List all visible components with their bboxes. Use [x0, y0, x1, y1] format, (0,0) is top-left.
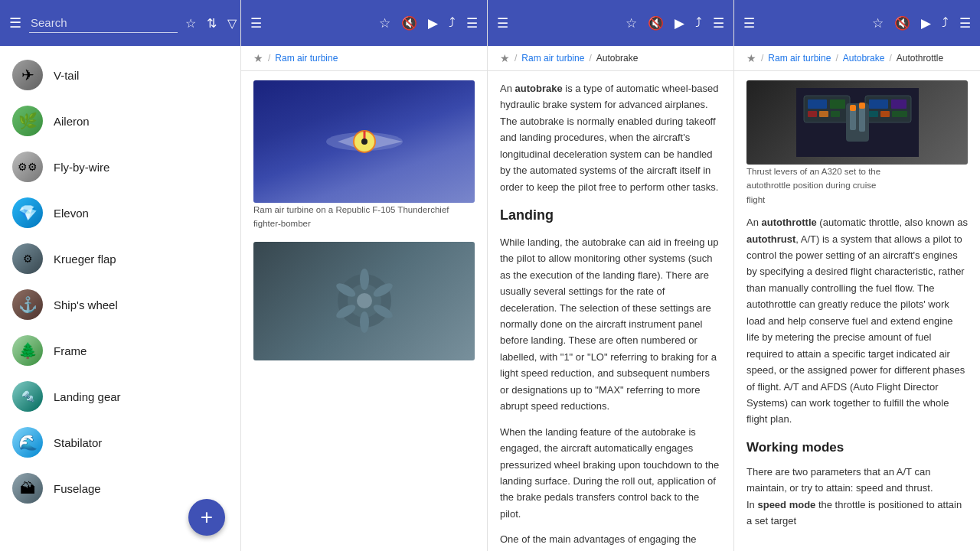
- svg-point-7: [357, 293, 372, 308]
- avatar: 🔩: [12, 381, 43, 412]
- sidebar-item-elevon[interactable]: 💎 Elevon: [0, 190, 240, 236]
- menu-icon[interactable]: ☰: [497, 15, 508, 31]
- panel3-section-title: Working modes: [746, 437, 968, 458]
- panel-1-header: ☰ ☆ 🔇 ▶ ⤴ ☰: [241, 0, 487, 46]
- breadcrumb-current: Autobrake: [596, 53, 639, 64]
- panel3-speed-mode: In speed mode the throttle is positioned…: [746, 497, 968, 530]
- svg-rect-16: [808, 99, 827, 109]
- breadcrumb-sep3: /: [889, 53, 891, 64]
- mute-icon[interactable]: 🔇: [401, 15, 417, 31]
- section-landing-p2: When the landing feature of the autobrak…: [500, 424, 721, 523]
- sidebar-item-label: Fly-by-wire: [54, 161, 109, 174]
- sidebar-item-stabilator[interactable]: 🌊 Stabilator: [0, 419, 240, 465]
- play-icon[interactable]: ▶: [428, 15, 438, 31]
- mute-icon[interactable]: 🔇: [894, 15, 910, 31]
- avatar: 💎: [12, 197, 43, 228]
- sidebar-item-landing-gear[interactable]: 🔩 Landing gear: [0, 373, 240, 419]
- menu-icon[interactable]: ☰: [743, 15, 755, 31]
- sidebar-item-label: Elevon: [54, 207, 89, 220]
- svg-rect-17: [830, 99, 845, 109]
- star-icon[interactable]: ☆: [872, 15, 884, 31]
- breadcrumb-sep: /: [761, 53, 763, 64]
- avatar: 🌊: [12, 427, 43, 458]
- share-icon[interactable]: ⤴: [942, 15, 949, 31]
- share-icon[interactable]: ⤴: [449, 15, 456, 31]
- avatar: ⚓: [12, 289, 43, 320]
- svg-rect-23: [891, 99, 906, 109]
- filter-icon[interactable]: ▽: [227, 16, 237, 31]
- panel-1: ☰ ☆ 🔇 ▶ ⤴ ☰ ★ / Ram air turbine: [241, 0, 488, 551]
- breadcrumb-star[interactable]: ★: [500, 52, 510, 64]
- app-container: ☰ ☆ ⇅ ▽ ✈ V-tail 🌿 Aileron ⚙⚙ Fly-by-wir…: [0, 0, 980, 551]
- sidebar-list: ✈ V-tail 🌿 Aileron ⚙⚙ Fly-by-wire 💎 Elev…: [0, 46, 240, 551]
- sidebar-item-fly-by-wire[interactable]: ⚙⚙ Fly-by-wire: [0, 144, 240, 190]
- avatar: 🌿: [12, 106, 43, 136]
- svg-rect-22: [869, 99, 888, 109]
- sort-icon[interactable]: ⇅: [207, 16, 217, 31]
- sidebar-item-label: Fuselage: [54, 482, 101, 495]
- panel-1-image1-caption: Ram air turbine on a Republic F-105 Thun…: [253, 203, 475, 231]
- svg-rect-30: [850, 105, 856, 111]
- list-icon[interactable]: ☰: [466, 15, 478, 31]
- sidebar-item-v-tail[interactable]: ✈ V-tail: [0, 52, 240, 98]
- panel-2: ☰ ☆ 🔇 ▶ ⤴ ☰ ★ / Ram air turbine / Autobr…: [488, 0, 734, 551]
- mute-icon[interactable]: 🔇: [648, 15, 664, 31]
- section-landing-title: Landing: [500, 204, 721, 227]
- panel-2-header-left: ☰: [497, 15, 508, 31]
- breadcrumb-root[interactable]: Ram air turbine: [768, 53, 831, 64]
- menu-icon[interactable]: ☰: [250, 15, 262, 31]
- svg-rect-31: [859, 103, 865, 109]
- avatar: 🏔: [12, 473, 43, 504]
- list-icon[interactable]: ☰: [713, 15, 724, 31]
- panel-2-header: ☰ ☆ 🔇 ▶ ⤴ ☰: [488, 0, 733, 46]
- breadcrumb-sep2: /: [835, 53, 838, 64]
- star-icon[interactable]: ☆: [379, 15, 390, 31]
- cockpit-caption: Thrust levers of an A320 set to the auto…: [746, 165, 968, 207]
- sidebar-item-frame[interactable]: 🌲 Frame: [0, 328, 240, 373]
- avatar: 🌲: [12, 335, 43, 366]
- svg-rect-26: [892, 111, 907, 117]
- panel-2-breadcrumb: ★ / Ram air turbine / Autobrake: [488, 46, 733, 71]
- sidebar-header-icons: ☆ ⇅ ▽: [185, 16, 237, 31]
- sidebar-item-label: Ship's wheel: [54, 298, 118, 311]
- breadcrumb-sep: /: [514, 53, 517, 64]
- breadcrumb-sep2: /: [589, 53, 591, 64]
- sidebar: ☰ ☆ ⇅ ▽ ✈ V-tail 🌿 Aileron ⚙⚙ Fly-by-wir…: [0, 0, 241, 551]
- panel-3-header-left: ☰: [743, 15, 755, 31]
- sidebar-item-krueger-flap[interactable]: ⚙ Krueger flap: [0, 236, 240, 282]
- breadcrumb-star[interactable]: ★: [253, 52, 263, 64]
- breadcrumb-star[interactable]: ★: [746, 52, 756, 64]
- article-intro: An autobrake is a type of automatic whee…: [500, 80, 721, 195]
- avatar: ⚙: [12, 243, 43, 274]
- search-input[interactable]: [29, 13, 178, 33]
- svg-point-11: [360, 311, 369, 333]
- panels-container: ☰ ☆ 🔇 ▶ ⤴ ☰ ★ / Ram air turbine: [241, 0, 980, 551]
- breadcrumb-child[interactable]: Autobrake: [843, 53, 885, 64]
- share-icon[interactable]: ⤴: [695, 15, 702, 31]
- star-icon[interactable]: ☆: [626, 15, 637, 31]
- sidebar-item-aileron[interactable]: 🌿 Aileron: [0, 98, 240, 144]
- breadcrumb-current: Autothrottle: [897, 53, 943, 64]
- play-icon[interactable]: ▶: [921, 15, 931, 31]
- panel-3-header-right: ☆ 🔇 ▶ ⤴ ☰: [872, 15, 971, 31]
- sidebar-item-label: Aileron: [54, 115, 90, 128]
- panel-3: ☰ ☆ 🔇 ▶ ⤴ ☰ ★ / Ram air turbine / Autobr…: [734, 0, 980, 551]
- star-icon[interactable]: ☆: [185, 16, 196, 31]
- list-icon[interactable]: ☰: [959, 15, 971, 31]
- avatar: ⚙⚙: [12, 152, 43, 182]
- sidebar-item-label: Landing gear: [54, 390, 121, 403]
- sidebar-header: ☰ ☆ ⇅ ▽: [0, 0, 240, 46]
- panel-1-header-right: ☆ 🔇 ▶ ⤴ ☰: [379, 15, 478, 31]
- breadcrumb-root[interactable]: Ram air turbine: [275, 53, 338, 64]
- sidebar-item-ships-wheel[interactable]: ⚓ Ship's wheel: [0, 282, 240, 328]
- panel3-section-body: There are two parameters that an A/T can…: [746, 464, 968, 497]
- sidebar-menu-icon[interactable]: ☰: [9, 15, 21, 31]
- panel3-body-intro: An autothrottle (automatic throttle, als…: [746, 214, 968, 428]
- svg-point-8: [360, 269, 369, 290]
- play-icon[interactable]: ▶: [675, 15, 684, 31]
- fab-add-button[interactable]: +: [188, 499, 225, 536]
- svg-rect-18: [808, 111, 817, 117]
- breadcrumb-root[interactable]: Ram air turbine: [521, 53, 584, 64]
- svg-rect-29: [859, 105, 865, 132]
- panel-1-breadcrumb: ★ / Ram air turbine: [241, 46, 487, 71]
